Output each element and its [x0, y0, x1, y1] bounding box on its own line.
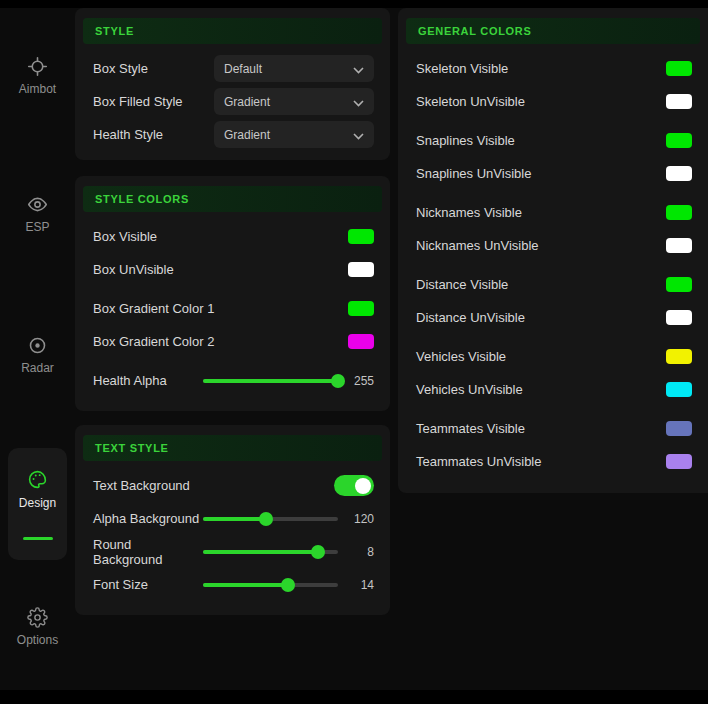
setting-label: Font Size	[93, 577, 148, 592]
color-swatch[interactable]	[666, 205, 692, 220]
color-swatch[interactable]	[666, 310, 692, 325]
slider-fill	[203, 379, 338, 383]
color-swatch[interactable]	[348, 334, 374, 349]
slider-value: 8	[346, 545, 374, 559]
sidebar-item-label: ESP	[25, 220, 49, 234]
sidebar-item-options[interactable]: Options	[0, 606, 75, 647]
color-row: Nicknames UnVisible	[406, 229, 700, 262]
panel-title: STYLE COLORS	[83, 186, 382, 212]
sidebar-item-design[interactable]: Design	[8, 448, 67, 560]
health-style-dropdown[interactable]: Gradient	[214, 121, 374, 148]
slider-row: Alpha Background 120	[83, 502, 382, 535]
sidebar-item-esp[interactable]: ESP	[0, 193, 75, 234]
gear-icon	[27, 606, 49, 628]
color-row: Nicknames Visible	[406, 196, 700, 229]
setting-label: Round Background	[93, 537, 203, 567]
setting-label: Vehicles UnVisible	[416, 382, 523, 397]
alpha-background-slider[interactable]	[203, 512, 338, 526]
radar-icon	[27, 334, 49, 356]
slider-value: 120	[346, 512, 374, 526]
toggle-row: Text Background	[83, 469, 382, 502]
setting-label: Box Style	[93, 61, 148, 76]
setting-label: Teammates Visible	[416, 421, 525, 436]
sidebar-item-label: Options	[17, 633, 58, 647]
setting-label: Nicknames UnVisible	[416, 238, 539, 253]
health-alpha-slider[interactable]	[203, 374, 338, 388]
text-style-panel: TEXT STYLE Text Background Alpha Backgro…	[75, 425, 390, 615]
setting-label: Box Filled Style	[93, 94, 183, 109]
color-row: Distance Visible	[406, 268, 700, 301]
app-window: Aimbot ESP Radar	[0, 0, 708, 704]
color-row: Skeleton UnVisible	[406, 85, 700, 118]
setting-label: Teammates UnVisible	[416, 454, 541, 469]
sidebar-item-label: Radar	[21, 361, 54, 375]
eye-icon	[27, 193, 49, 215]
color-swatch[interactable]	[666, 94, 692, 109]
color-swatch[interactable]	[666, 277, 692, 292]
setting-label: Box Gradient Color 1	[93, 301, 214, 316]
color-swatch[interactable]	[666, 421, 692, 436]
active-tab-indicator	[23, 537, 53, 540]
panel-title: STYLE	[83, 18, 382, 44]
setting-label: Snaplines UnVisible	[416, 166, 531, 181]
color-swatch[interactable]	[666, 166, 692, 181]
slider-thumb[interactable]	[311, 545, 325, 559]
color-row: Vehicles UnVisible	[406, 373, 700, 406]
setting-label: Distance UnVisible	[416, 310, 525, 325]
panel-title: TEXT STYLE	[83, 435, 382, 461]
box-filled-style-dropdown[interactable]: Gradient	[214, 88, 374, 115]
setting-label: Skeleton Visible	[416, 61, 508, 76]
crosshair-icon	[27, 55, 49, 77]
setting-row: Box Filled Style Gradient	[83, 85, 382, 118]
setting-row: Health Style Gradient	[83, 118, 382, 151]
slider-thumb[interactable]	[331, 374, 345, 388]
color-swatch[interactable]	[666, 61, 692, 76]
color-swatch[interactable]	[666, 349, 692, 364]
dropdown-value: Default	[224, 62, 262, 76]
text-background-toggle[interactable]	[334, 475, 374, 496]
setting-label: Skeleton UnVisible	[416, 94, 525, 109]
sidebar-item-aimbot[interactable]: Aimbot	[0, 55, 75, 96]
setting-label: Nicknames Visible	[416, 205, 522, 220]
color-swatch[interactable]	[348, 229, 374, 244]
setting-label: Box Visible	[93, 229, 157, 244]
general-colors-panel: GENERAL COLORS Skeleton Visible Skeleton…	[398, 8, 708, 493]
color-swatch[interactable]	[348, 301, 374, 316]
color-row: Teammates UnVisible	[406, 445, 700, 478]
slider-row: Health Alpha 255	[83, 364, 382, 397]
color-swatch[interactable]	[666, 454, 692, 469]
panel-title: GENERAL COLORS	[406, 18, 700, 44]
color-swatch[interactable]	[348, 262, 374, 277]
setting-label: Text Background	[93, 478, 190, 493]
slider-fill	[203, 517, 266, 521]
font-size-slider[interactable]	[203, 578, 338, 592]
color-row: Skeleton Visible	[406, 52, 700, 85]
color-swatch[interactable]	[666, 238, 692, 253]
slider-row: Round Background 8	[83, 535, 382, 568]
slider-thumb[interactable]	[259, 512, 273, 526]
toggle-knob	[355, 478, 371, 494]
slider-row: Font Size 14	[83, 568, 382, 601]
setting-label: Snaplines Visible	[416, 133, 515, 148]
sidebar-item-radar[interactable]: Radar	[0, 334, 75, 375]
slider-value: 255	[346, 374, 374, 388]
palette-icon	[27, 469, 49, 491]
style-colors-panel: STYLE COLORS Box Visible Box UnVisible B…	[75, 176, 390, 411]
sidebar: Aimbot ESP Radar	[0, 8, 75, 690]
box-style-dropdown[interactable]: Default	[214, 55, 374, 82]
color-row: Snaplines UnVisible	[406, 157, 700, 190]
setting-row: Box Style Default	[83, 52, 382, 85]
dropdown-value: Gradient	[224, 128, 270, 142]
chevron-down-icon	[353, 60, 364, 78]
setting-label: Vehicles Visible	[416, 349, 506, 364]
slider-fill	[203, 550, 318, 554]
color-swatch[interactable]	[666, 382, 692, 397]
color-swatch[interactable]	[666, 133, 692, 148]
round-background-slider[interactable]	[203, 545, 338, 559]
color-row: Teammates Visible	[406, 412, 700, 445]
setting-label: Alpha Background	[93, 511, 199, 526]
color-row: Vehicles Visible	[406, 340, 700, 373]
setting-label: Box Gradient Color 2	[93, 334, 214, 349]
slider-thumb[interactable]	[281, 578, 295, 592]
sidebar-item-label: Design	[19, 496, 56, 510]
